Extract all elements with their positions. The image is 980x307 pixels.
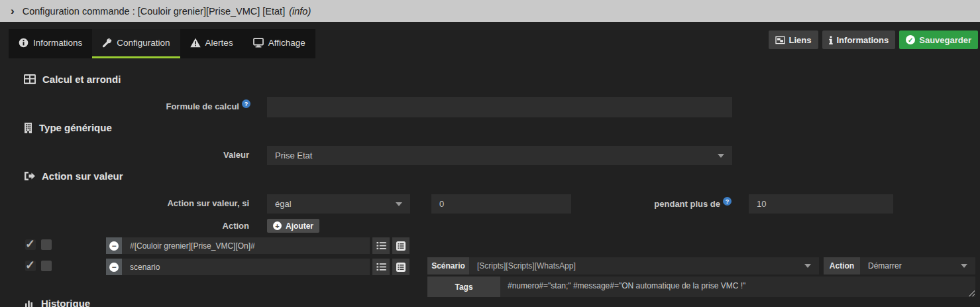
tab-affichage[interactable]: Affichage xyxy=(243,29,315,58)
display-icon xyxy=(253,38,264,48)
scenario-addon-label: Scénario xyxy=(427,257,469,275)
sign-out-icon xyxy=(24,171,35,181)
tab-label: Informations xyxy=(33,38,82,48)
scenario-action-select[interactable]: Démarrer xyxy=(860,257,975,275)
sauvegarder-button[interactable]: ✓ Sauvegarder xyxy=(899,31,978,49)
action-row1-command-input[interactable] xyxy=(122,237,370,254)
list-ul-icon xyxy=(376,263,386,271)
list-ul-icon xyxy=(376,241,386,250)
window-title-bar: › Configuration commande : [Couloir gren… xyxy=(0,0,980,22)
section-type-generique: Type générique xyxy=(24,122,112,133)
caret-down-icon xyxy=(718,154,724,158)
liens-button[interactable]: Liens xyxy=(769,31,818,49)
tab-label: Alertes xyxy=(205,38,233,48)
formule-de-calcul-label: Formule de calcul? xyxy=(99,99,250,111)
tags-textarea[interactable]: #numero#="stan;" #message#="ON automatiq… xyxy=(500,276,975,297)
sauvegarder-label: Sauvegarder xyxy=(919,35,971,45)
minus-circle-icon: − xyxy=(109,263,119,272)
pendant-duree-input[interactable] xyxy=(749,194,893,214)
page-title-type: (info) xyxy=(289,6,311,17)
action-label: Action xyxy=(99,221,249,231)
section-action-sur-valeur: Action sur valeur xyxy=(24,170,123,182)
tab-alertes[interactable]: Alertes xyxy=(180,29,243,58)
section-title: Calcul et arrondi xyxy=(42,74,121,85)
condition-select[interactable]: égal xyxy=(267,194,410,214)
valeur-label: Valeur xyxy=(99,150,249,160)
help-icon[interactable]: ? xyxy=(723,197,732,206)
ajouter-action-button[interactable]: + Ajouter xyxy=(267,219,319,233)
list-alt-icon xyxy=(396,263,406,272)
seuil-input[interactable] xyxy=(431,194,571,214)
tab-label: Configuration xyxy=(117,38,170,48)
action-row1-list-button[interactable] xyxy=(372,237,390,254)
action-row1-option-checkbox[interactable] xyxy=(41,239,52,250)
informations-label: Informations xyxy=(837,35,889,45)
informations-button[interactable]: Informations xyxy=(822,31,896,49)
action-row2-command-input[interactable] xyxy=(122,259,370,275)
section-calcul-et-arrondi: Calcul et arrondi xyxy=(24,74,121,85)
condition-selected-value: égal xyxy=(275,199,292,209)
links-icon xyxy=(775,36,785,44)
scenario-select[interactable]: [Scripts][Scripts][WhatsApp] xyxy=(469,257,819,275)
check-circle-icon: ✓ xyxy=(906,35,915,44)
table-icon xyxy=(24,74,36,84)
section-title: Type générique xyxy=(39,122,112,133)
action-row2-remove-button[interactable]: − xyxy=(106,259,122,275)
scenario-selected-value: [Scripts][Scripts][WhatsApp] xyxy=(477,261,576,271)
scenario-action-addon-label: Action xyxy=(824,257,860,275)
valeur-select[interactable]: Prise Etat xyxy=(267,146,732,165)
caret-down-icon xyxy=(804,264,811,268)
minus-circle-icon: − xyxy=(109,241,119,251)
valeur-selected-value: Prise Etat xyxy=(275,151,312,160)
section-title: Action sur valeur xyxy=(42,170,123,182)
formule-de-calcul-input[interactable] xyxy=(267,97,732,117)
tab-informations[interactable]: Informations xyxy=(9,29,92,58)
caret-down-icon xyxy=(961,264,967,268)
caret-down-icon xyxy=(396,202,402,206)
scenario-action-selected-value: Démarrer xyxy=(868,261,902,271)
action-row1-remove-button[interactable]: − xyxy=(106,237,122,254)
action-row1-enabled-checkbox[interactable]: ✓ xyxy=(25,239,36,250)
info-icon xyxy=(829,36,833,44)
tab-label: Affichage xyxy=(268,38,305,48)
tab-bar: Informations Configuration Alertes Affic… xyxy=(9,29,315,58)
section-historique: Historique xyxy=(24,298,90,307)
check-icon: ✓ xyxy=(25,237,35,251)
action-row2-enabled-checkbox[interactable]: ✓ xyxy=(25,261,36,271)
wrench-icon xyxy=(102,38,112,48)
chevron-right-icon[interactable]: › xyxy=(11,5,15,17)
page-title: Configuration commande : [Couloir grenie… xyxy=(23,6,286,17)
liens-label: Liens xyxy=(789,35,812,45)
section-title: Historique xyxy=(41,298,90,307)
tags-addon-label: Tags xyxy=(427,276,500,297)
action-row2-list-button[interactable] xyxy=(372,259,390,275)
info-circle-icon xyxy=(19,38,28,48)
header-toolbar: Liens Informations ✓ Sauvegarder xyxy=(769,31,978,49)
command-config-window: › Configuration commande : [Couloir gren… xyxy=(0,0,980,307)
help-icon[interactable]: ? xyxy=(242,99,250,108)
building-icon xyxy=(24,123,32,133)
action-row1-detail-button[interactable] xyxy=(392,237,409,254)
action-row2-detail-button[interactable] xyxy=(392,259,409,275)
list-alt-icon xyxy=(396,241,406,251)
pendant-plus-de-label: pendant plus de? xyxy=(583,197,732,209)
bar-chart-icon xyxy=(24,298,34,307)
action-row2-option-checkbox[interactable] xyxy=(41,261,52,271)
ajouter-label: Ajouter xyxy=(286,221,313,231)
action-sur-valeur-si-label: Action sur valeur, si xyxy=(99,198,249,208)
warning-triangle-icon xyxy=(190,38,201,48)
check-icon: ✓ xyxy=(25,258,35,273)
plus-circle-icon: + xyxy=(273,221,282,230)
tab-configuration[interactable]: Configuration xyxy=(92,29,180,58)
